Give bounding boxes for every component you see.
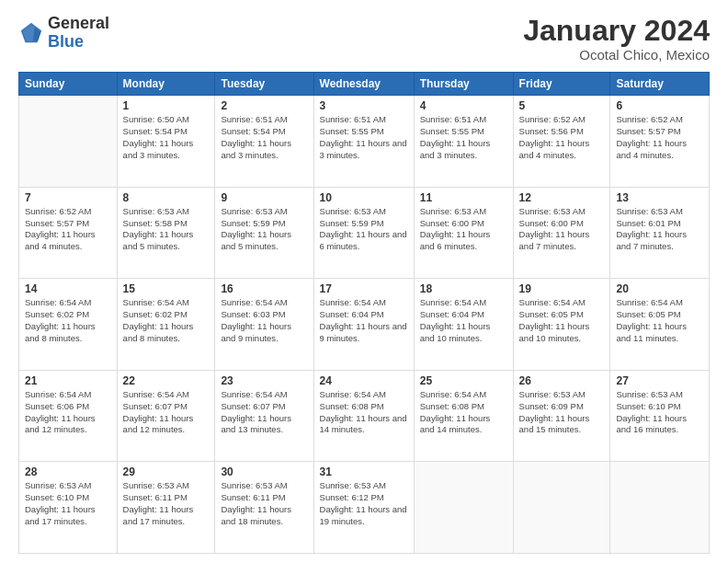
calendar-cell: 26 Sunrise: 6:53 AM Sunset: 6:09 PM Dayl…: [513, 370, 610, 462]
logo-icon: [18, 20, 44, 46]
day-number: 21: [25, 374, 111, 387]
calendar-cell: 1 Sunrise: 6:50 AM Sunset: 5:54 PM Dayli…: [117, 96, 215, 188]
calendar-week-2: 7 Sunrise: 6:52 AM Sunset: 5:57 PM Dayli…: [19, 187, 710, 279]
calendar-cell: 5 Sunrise: 6:52 AM Sunset: 5:56 PM Dayli…: [513, 96, 610, 188]
calendar-title: January 2024: [523, 15, 710, 47]
calendar-cell: 13 Sunrise: 6:53 AM Sunset: 6:01 PM Dayl…: [610, 187, 710, 279]
calendar-week-3: 14 Sunrise: 6:54 AM Sunset: 6:02 PM Dayl…: [19, 279, 710, 371]
day-number: 27: [616, 374, 703, 387]
title-block: January 2024 Ocotal Chico, Mexico: [523, 15, 710, 63]
calendar-cell: 29 Sunrise: 6:53 AM Sunset: 6:11 PM Dayl…: [117, 462, 215, 554]
day-number: 14: [25, 282, 111, 295]
calendar-cell: 8 Sunrise: 6:53 AM Sunset: 5:58 PM Dayli…: [117, 187, 215, 279]
calendar-cell: 20 Sunrise: 6:54 AM Sunset: 6:05 PM Dayl…: [610, 279, 710, 371]
day-info: Sunrise: 6:53 AM Sunset: 5:59 PM Dayligh…: [320, 206, 408, 253]
day-number: 10: [320, 191, 408, 204]
weekday-header-saturday: Saturday: [610, 73, 710, 96]
day-number: 24: [320, 374, 408, 387]
day-number: 5: [519, 99, 605, 112]
calendar-cell: 24 Sunrise: 6:54 AM Sunset: 6:08 PM Dayl…: [313, 370, 414, 462]
calendar-cell: 18 Sunrise: 6:54 AM Sunset: 6:04 PM Dayl…: [414, 279, 513, 371]
calendar-cell: 17 Sunrise: 6:54 AM Sunset: 6:04 PM Dayl…: [313, 279, 414, 371]
calendar-cell: 25 Sunrise: 6:54 AM Sunset: 6:08 PM Dayl…: [414, 370, 513, 462]
calendar-cell: 31 Sunrise: 6:53 AM Sunset: 6:12 PM Dayl…: [313, 462, 414, 554]
calendar-cell: 23 Sunrise: 6:54 AM Sunset: 6:07 PM Dayl…: [215, 370, 313, 462]
header: General Blue January 2024 Ocotal Chico, …: [18, 15, 710, 63]
day-info: Sunrise: 6:54 AM Sunset: 6:05 PM Dayligh…: [616, 297, 703, 344]
day-info: Sunrise: 6:51 AM Sunset: 5:55 PM Dayligh…: [420, 114, 507, 161]
day-number: 2: [221, 99, 307, 112]
calendar-week-4: 21 Sunrise: 6:54 AM Sunset: 6:06 PM Dayl…: [19, 370, 710, 462]
calendar-cell: 27 Sunrise: 6:53 AM Sunset: 6:10 PM Dayl…: [610, 370, 710, 462]
day-info: Sunrise: 6:53 AM Sunset: 6:11 PM Dayligh…: [221, 480, 307, 527]
calendar-cell: [610, 462, 710, 554]
day-info: Sunrise: 6:53 AM Sunset: 5:58 PM Dayligh…: [123, 206, 210, 253]
day-number: 25: [420, 374, 507, 387]
day-info: Sunrise: 6:53 AM Sunset: 6:11 PM Dayligh…: [123, 480, 210, 527]
day-number: 4: [420, 99, 507, 112]
day-info: Sunrise: 6:54 AM Sunset: 6:08 PM Dayligh…: [420, 389, 507, 436]
day-number: 23: [221, 374, 307, 387]
calendar-cell: 16 Sunrise: 6:54 AM Sunset: 6:03 PM Dayl…: [215, 279, 313, 371]
calendar-cell: 30 Sunrise: 6:53 AM Sunset: 6:11 PM Dayl…: [215, 462, 313, 554]
day-number: 11: [420, 191, 507, 204]
day-info: Sunrise: 6:54 AM Sunset: 6:03 PM Dayligh…: [221, 297, 307, 344]
day-info: Sunrise: 6:53 AM Sunset: 5:59 PM Dayligh…: [221, 206, 307, 253]
day-number: 26: [519, 374, 605, 387]
logo-general-text: General: [48, 15, 109, 33]
calendar-cell: 7 Sunrise: 6:52 AM Sunset: 5:57 PM Dayli…: [19, 187, 118, 279]
day-number: 29: [123, 465, 210, 478]
calendar-cell: 9 Sunrise: 6:53 AM Sunset: 5:59 PM Dayli…: [215, 187, 313, 279]
calendar-cell: 15 Sunrise: 6:54 AM Sunset: 6:02 PM Dayl…: [117, 279, 215, 371]
day-info: Sunrise: 6:54 AM Sunset: 6:07 PM Dayligh…: [123, 389, 210, 436]
weekday-header-sunday: Sunday: [19, 73, 118, 96]
day-number: 16: [221, 282, 307, 295]
calendar-table: SundayMondayTuesdayWednesdayThursdayFrid…: [18, 72, 710, 554]
day-number: 15: [123, 282, 210, 295]
calendar-body: 1 Sunrise: 6:50 AM Sunset: 5:54 PM Dayli…: [19, 96, 710, 554]
day-info: Sunrise: 6:53 AM Sunset: 6:09 PM Dayligh…: [519, 389, 605, 436]
day-info: Sunrise: 6:54 AM Sunset: 6:02 PM Dayligh…: [25, 297, 111, 344]
day-number: 30: [221, 465, 307, 478]
calendar-header: SundayMondayTuesdayWednesdayThursdayFrid…: [19, 73, 710, 96]
calendar-cell: [19, 96, 118, 188]
logo: General Blue: [18, 15, 109, 52]
day-number: 18: [420, 282, 507, 295]
day-info: Sunrise: 6:53 AM Sunset: 6:10 PM Dayligh…: [25, 480, 111, 527]
day-number: 12: [519, 191, 605, 204]
weekday-header-wednesday: Wednesday: [313, 73, 414, 96]
day-info: Sunrise: 6:54 AM Sunset: 6:04 PM Dayligh…: [320, 297, 408, 344]
day-number: 7: [25, 191, 111, 204]
weekday-header-tuesday: Tuesday: [215, 73, 313, 96]
calendar-cell: 3 Sunrise: 6:51 AM Sunset: 5:55 PM Dayli…: [313, 96, 414, 188]
calendar-subtitle: Ocotal Chico, Mexico: [523, 47, 710, 63]
weekday-row: SundayMondayTuesdayWednesdayThursdayFrid…: [19, 73, 710, 96]
day-info: Sunrise: 6:54 AM Sunset: 6:04 PM Dayligh…: [420, 297, 507, 344]
day-number: 20: [616, 282, 703, 295]
weekday-header-friday: Friday: [513, 73, 610, 96]
day-info: Sunrise: 6:52 AM Sunset: 5:57 PM Dayligh…: [616, 114, 703, 161]
day-info: Sunrise: 6:53 AM Sunset: 6:10 PM Dayligh…: [616, 389, 703, 436]
day-info: Sunrise: 6:53 AM Sunset: 6:01 PM Dayligh…: [616, 206, 703, 253]
day-info: Sunrise: 6:54 AM Sunset: 6:08 PM Dayligh…: [320, 389, 408, 436]
calendar-cell: 22 Sunrise: 6:54 AM Sunset: 6:07 PM Dayl…: [117, 370, 215, 462]
calendar-cell: [513, 462, 610, 554]
calendar-cell: 11 Sunrise: 6:53 AM Sunset: 6:00 PM Dayl…: [414, 187, 513, 279]
day-number: 1: [123, 99, 210, 112]
calendar-cell: 12 Sunrise: 6:53 AM Sunset: 6:00 PM Dayl…: [513, 187, 610, 279]
logo-text: General Blue: [48, 15, 109, 52]
day-info: Sunrise: 6:52 AM Sunset: 5:56 PM Dayligh…: [519, 114, 605, 161]
day-number: 9: [221, 191, 307, 204]
day-info: Sunrise: 6:54 AM Sunset: 6:02 PM Dayligh…: [123, 297, 210, 344]
day-number: 13: [616, 191, 703, 204]
calendar-cell: 19 Sunrise: 6:54 AM Sunset: 6:05 PM Dayl…: [513, 279, 610, 371]
day-number: 22: [123, 374, 210, 387]
day-number: 3: [320, 99, 408, 112]
weekday-header-thursday: Thursday: [414, 73, 513, 96]
calendar-cell: [414, 462, 513, 554]
calendar-cell: 14 Sunrise: 6:54 AM Sunset: 6:02 PM Dayl…: [19, 279, 118, 371]
calendar-cell: 21 Sunrise: 6:54 AM Sunset: 6:06 PM Dayl…: [19, 370, 118, 462]
day-info: Sunrise: 6:53 AM Sunset: 6:12 PM Dayligh…: [320, 480, 408, 527]
logo-blue-text: Blue: [48, 33, 109, 52]
calendar-week-1: 1 Sunrise: 6:50 AM Sunset: 5:54 PM Dayli…: [19, 96, 710, 188]
